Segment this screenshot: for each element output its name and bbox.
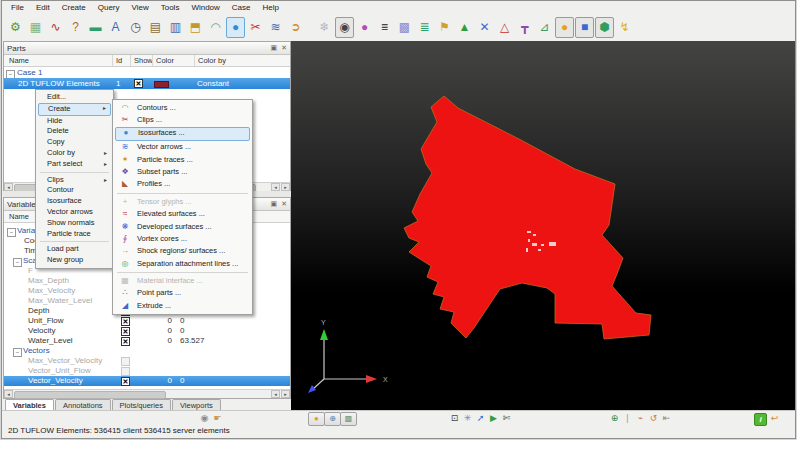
context-item-edit-[interactable]: Edit... [38,92,111,103]
context-item-particle-trace[interactable]: Particle trace [38,229,111,240]
cone-icon[interactable]: ▲ [455,17,474,38]
menu-query[interactable]: Query [92,1,126,14]
lightning-icon[interactable]: ↯ [615,17,634,38]
quilt-icon[interactable]: ▩ [395,17,414,38]
column-name[interactable]: Name [9,56,29,65]
menu-edit[interactable]: Edit [30,1,56,14]
scroll-right-icon[interactable]: ▸ [281,183,290,191]
context-item-part-select[interactable]: Part select▸ [38,159,111,170]
variable-row-max_vector_velocity[interactable]: Max_Vector_Velocity [4,356,290,366]
context-item-hide[interactable]: Hide [38,116,111,127]
scroll-left-icon[interactable]: ◂ [4,183,13,191]
context-item-show-normals[interactable]: Show normals [38,218,111,229]
context-item-new-group[interactable]: New group [38,255,111,266]
color-swatch[interactable] [154,81,169,88]
scroll-left-icon[interactable]: ◂ [271,390,280,398]
scroll-right-icon[interactable]: ▸ [281,390,290,398]
submenu-item-clips-[interactable]: ✂Clips ... [115,114,250,126]
context-item-delete[interactable]: Delete [38,126,111,137]
texture-toggle[interactable]: ▩ [340,412,357,426]
annotation-icon[interactable]: A [106,17,125,38]
submenu-item-subset-parts-[interactable]: ❖Subset parts ... [115,166,250,178]
cursor-mode-icon[interactable]: ❘ [621,412,634,424]
active-checkbox[interactable]: ✕ [121,337,130,346]
book-icon[interactable]: ▤ [146,17,165,38]
inactive-checkbox[interactable] [121,367,130,376]
clip-tool-icon[interactable]: ✄ [500,412,513,424]
pick-hand-icon[interactable]: ☛ [211,412,224,424]
submenu-item-extrude-[interactable]: ◢Extrude ... [115,300,250,312]
tools-gears-icon[interactable]: ⚙ [6,17,25,38]
menu-view[interactable]: View [126,1,155,14]
color-wheel-icon[interactable]: ● [355,17,374,38]
line-attributes-icon[interactable]: ≡ [375,17,394,38]
variable-row-velocity[interactable]: Velocity✕00 [4,326,290,336]
graphics-viewport[interactable]: Y X [291,41,795,410]
snap-icon[interactable]: ✳ [461,412,474,424]
float-panel-icon[interactable]: ▣ [271,198,278,210]
part-snowflake-icon[interactable]: ❄ [315,17,334,38]
query-probe-icon[interactable]: ? [66,17,85,38]
context-item-copy[interactable]: Copy [38,137,111,148]
zoom-reset-icon[interactable]: ⊕ [608,412,621,424]
submenu-item-developed-surfaces-[interactable]: ❋Developed surfaces ... [115,221,250,233]
variables-hscrollbar[interactable]: ◂ ◂ ▸ [4,389,290,398]
context-item-load-part[interactable]: Load part [38,244,111,255]
toolbox-icon[interactable]: ⬒ [186,17,205,38]
flag-runner-icon[interactable]: ⚑ [435,17,454,38]
submenu-item-vector-arrows-[interactable]: ≋Vector arrows ... [115,141,250,153]
context-item-isosurface[interactable]: Isosurface [38,196,111,207]
variable-row-unit_flow[interactable]: Unit_Flow✕00 [4,316,290,326]
submenu-item-profiles-[interactable]: ◣Profiles ... [115,178,250,190]
particle-trace-tool-icon[interactable]: ➲ [286,17,305,38]
redo-arrow-icon[interactable]: ↩ [768,412,781,424]
submenu-item-material-interface-[interactable]: ▦Material interface ... [115,275,250,287]
float-panel-icon[interactable]: ▣ [271,42,278,54]
column-show[interactable]: Show [134,56,153,65]
context-item-contour[interactable]: Contour [38,185,111,196]
menu-file[interactable]: File [5,1,30,14]
submenu-item-separation-attachment-lines-[interactable]: ◎Separation attachment lines ... [115,258,250,270]
render-mode-radio[interactable]: ◉ [198,412,211,424]
column-id[interactable]: Id [116,56,122,65]
reset-orientation-icon[interactable]: ↺ [647,412,660,424]
isosurface-tool-icon[interactable]: ● [226,17,245,38]
back-icon[interactable]: ⇤ [660,412,673,424]
menu-create[interactable]: Create [56,1,92,14]
plane-tool-icon[interactable]: ⊿ [535,17,554,38]
submenu-item-point-parts-[interactable]: ∴Point parts ... [115,287,250,299]
column-color[interactable]: Color [156,56,174,65]
link-icon[interactable]: ⌁ [634,412,647,424]
vector-arrows-tool-icon[interactable]: ≋ [266,17,285,38]
scroll-left-icon[interactable]: ◂ [271,183,280,191]
submenu-item-shock-regions-surfaces-[interactable]: →Shock regions/ surfaces ... [115,245,250,257]
perspective-ball-toggle[interactable]: ● [308,412,325,426]
clip-scissors-icon[interactable]: ✂ [246,17,265,38]
variable-row-vectors[interactable]: −Vectors [4,346,290,356]
context-item-color-by[interactable]: Color by▸ [38,148,111,159]
active-checkbox[interactable]: ✕ [121,327,130,336]
cube-view-toggle[interactable]: ■ [575,17,594,38]
submenu-item-isosurfaces-[interactable]: ●Isosurfaces ... [115,127,250,141]
triangle-nodes-icon[interactable]: △ [495,17,514,38]
sphere-view-toggle[interactable]: ● [555,17,574,38]
global-axis-toggle[interactable]: ⊕ [324,412,341,426]
display-icon[interactable]: ▬ [86,17,105,38]
active-checkbox[interactable]: ✕ [121,377,130,386]
plot-icon[interactable]: ∿ [46,17,65,38]
submenu-item-contours-[interactable]: ◠Contours ... [115,102,250,114]
column-color-by[interactable]: Color by [198,56,226,65]
dance-arrows-icon[interactable]: ✕ [475,17,494,38]
flood-region[interactable] [404,96,651,339]
layers-icon[interactable]: ≣ [415,17,434,38]
context-item-clips[interactable]: Clips▸ [38,175,111,186]
submenu-item-tensor-glyphs-[interactable]: +Tensor glyphs ... [115,196,250,208]
zoom-area-icon[interactable]: ⊡ [448,412,461,424]
submenu-item-elevated-surfaces-[interactable]: ≈Elevated surfaces ... [115,208,250,220]
active-checkbox[interactable]: ✕ [121,317,130,326]
context-item-create[interactable]: Create▸ [38,103,111,116]
visibility-eye-icon[interactable]: ◉ [335,17,354,38]
submenu-item-vortex-cores-[interactable]: ∮Vortex cores ... [115,233,250,245]
tbar-icon[interactable]: ┳ [515,17,534,38]
close-panel-icon[interactable]: ✕ [281,198,287,210]
